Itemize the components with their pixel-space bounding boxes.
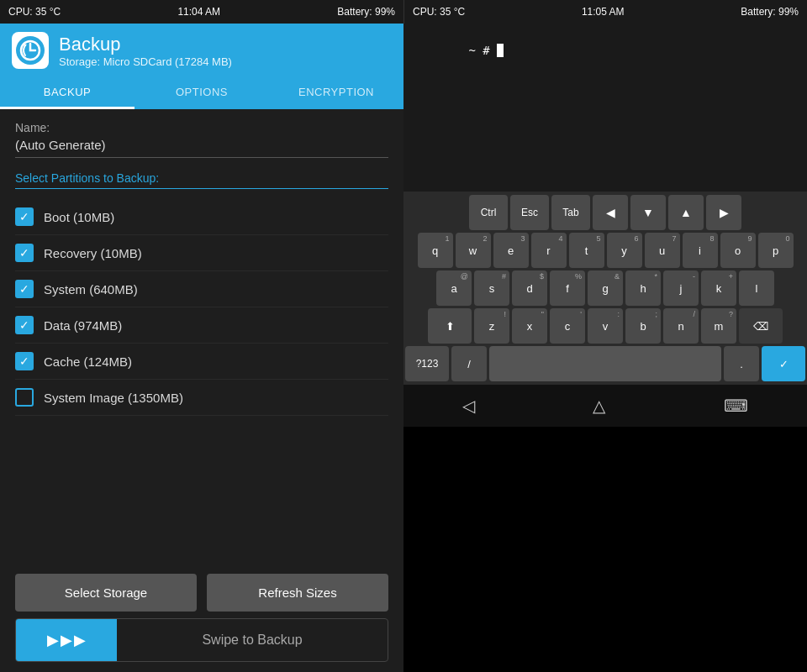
refresh-sizes-button[interactable]: Refresh Sizes	[207, 574, 388, 612]
kb-num123[interactable]: ?123	[405, 346, 449, 381]
kb-backspace[interactable]: ⌫	[739, 308, 783, 344]
kb-f[interactable]: %f	[550, 270, 585, 306]
kb-arrow-left[interactable]: ◀	[593, 195, 628, 230]
app-subtitle: Storage: Micro SDCard (17284 MB)	[59, 55, 232, 68]
nav-back-right[interactable]: ◁	[446, 387, 492, 424]
kb-i[interactable]: 8i	[683, 233, 718, 268]
name-label: Name:	[15, 121, 388, 134]
kb-u[interactable]: 7u	[645, 233, 680, 268]
kb-o[interactable]: 9o	[720, 233, 756, 268]
form-content: Name: (Auto Generate) Select Partitions …	[0, 109, 404, 564]
bottom-buttons: Select Storage Refresh Sizes	[0, 564, 404, 618]
tab-encryption[interactable]: ENCRYPTION	[269, 77, 404, 109]
kb-arrow-right[interactable]: ▶	[706, 195, 741, 230]
kb-l[interactable]: l	[739, 270, 774, 306]
checkbox-cache-box[interactable]: ✓	[15, 352, 34, 370]
kb-d[interactable]: $d	[512, 270, 547, 306]
arrow-icon-2: ▶	[61, 631, 72, 649]
kb-n[interactable]: /n	[663, 308, 699, 344]
checkbox-data-box[interactable]: ✓	[15, 316, 34, 334]
kb-h[interactable]: *h	[625, 270, 661, 306]
kb-t[interactable]: 5t	[569, 233, 604, 268]
tab-options[interactable]: OPTIONS	[134, 77, 269, 109]
main-area: Backup Storage: Micro SDCard (17284 MB) …	[0, 24, 807, 672]
status-bar-right: CPU: 35 °C 11:05 AM Battery: 99%	[404, 0, 807, 24]
status-bar-left: CPU: 35 °C 11:04 AM Battery: 99%	[0, 0, 404, 24]
kb-row-2: 1q 2w 3e 4r 5t 6y 7u 8i 9o 0p	[405, 233, 805, 268]
checkbox-cache[interactable]: ✓ Cache (124MB)	[15, 344, 388, 380]
checkbox-recovery-label: Recovery (10MB)	[44, 246, 142, 260]
kb-arrow-up[interactable]: ▲	[668, 195, 704, 230]
app-title: Backup	[59, 34, 232, 55]
kb-q[interactable]: 1q	[418, 233, 453, 268]
kb-r[interactable]: 4r	[531, 233, 567, 268]
checkbox-system-label: System (640MB)	[44, 282, 138, 297]
kb-g[interactable]: &g	[588, 270, 623, 306]
checkbox-boot-label: Boot (10MB)	[44, 210, 114, 224]
kb-y[interactable]: 6y	[607, 233, 642, 268]
swipe-arrows: ▶ ▶ ▶	[16, 619, 117, 661]
kb-period[interactable]: .	[724, 346, 759, 381]
swipe-bar[interactable]: ▶ ▶ ▶ Swipe to Backup	[15, 618, 388, 662]
cpu-left: CPU: 35 °C	[8, 6, 61, 18]
nav-home-right[interactable]: △	[576, 387, 622, 424]
checkbox-boot[interactable]: ✓ Boot (10MB)	[15, 199, 388, 235]
nav-bar-right: ◁ △ ⌨	[404, 385, 807, 427]
app-icon	[12, 32, 49, 69]
checkbox-cache-label: Cache (124MB)	[44, 354, 132, 369]
kb-row-1: Ctrl Esc Tab ◀ ▼ ▲ ▶	[405, 195, 805, 230]
kb-arrow-down[interactable]: ▼	[630, 195, 666, 230]
kb-w[interactable]: 2w	[456, 233, 491, 268]
app-title-block: Backup Storage: Micro SDCard (17284 MB)	[59, 34, 232, 68]
swipe-label: Swipe to Backup	[117, 633, 388, 648]
kb-e[interactable]: 3e	[493, 233, 529, 268]
checkbox-system[interactable]: ✓ System (640MB)	[15, 271, 388, 307]
kb-k[interactable]: +k	[701, 270, 736, 306]
right-panel: ~ # Ctrl Esc Tab ◀ ▼ ▲ ▶ 1q 2w 3e 4r 5t	[404, 24, 807, 672]
kb-row-4: ⬆ !z "x 'c :v ;b /n ?m ⌫	[405, 308, 805, 344]
kb-s[interactable]: #s	[474, 270, 509, 306]
kb-a[interactable]: @a	[436, 270, 472, 306]
nav-keyboard-right[interactable]: ⌨	[707, 387, 765, 424]
kb-row-3: @a #s $d %f &g *h -j +k l	[405, 270, 805, 306]
checkbox-data[interactable]: ✓ Data (974MB)	[15, 307, 388, 344]
kb-v[interactable]: :v	[588, 308, 623, 344]
kb-c[interactable]: 'c	[550, 308, 585, 344]
kb-esc[interactable]: Esc	[510, 195, 549, 230]
kb-shift[interactable]: ⬆	[428, 308, 472, 344]
terminal: ~ #	[404, 24, 807, 192]
kb-space[interactable]	[489, 346, 721, 381]
battery-right: Battery: 99%	[741, 6, 799, 18]
left-panel: Backup Storage: Micro SDCard (17284 MB) …	[0, 24, 404, 672]
arrow-icon-1: ▶	[47, 631, 59, 649]
time-left: 11:04 AM	[177, 6, 220, 18]
terminal-line: ~ #	[412, 30, 799, 71]
name-value: (Auto Generate)	[15, 138, 388, 158]
kb-b[interactable]: ;b	[625, 308, 661, 344]
checkbox-sysimage[interactable]: System Image (1350MB)	[15, 380, 388, 416]
checkbox-sysimage-box[interactable]	[15, 388, 34, 407]
backup-icon	[18, 39, 42, 62]
app-header: Backup Storage: Micro SDCard (17284 MB)	[0, 24, 404, 77]
tab-backup[interactable]: BACKUP	[0, 77, 134, 109]
tabs: BACKUP OPTIONS ENCRYPTION	[0, 77, 404, 109]
battery-left: Battery: 99%	[337, 6, 395, 18]
kb-tab[interactable]: Tab	[551, 195, 590, 230]
kb-z[interactable]: !z	[474, 308, 509, 344]
kb-enter[interactable]: ✓	[762, 346, 805, 381]
checkbox-system-box[interactable]: ✓	[15, 280, 34, 298]
kb-slash[interactable]: /	[451, 346, 487, 381]
checkbox-boot-box[interactable]: ✓	[15, 207, 34, 226]
checkbox-recovery[interactable]: ✓ Recovery (10MB)	[15, 235, 388, 271]
time-right: 11:05 AM	[582, 6, 625, 18]
app-icon-inner	[16, 36, 45, 65]
kb-row-5: ?123 / . ✓	[405, 346, 805, 381]
checkbox-recovery-box[interactable]: ✓	[15, 244, 34, 262]
select-storage-button[interactable]: Select Storage	[15, 574, 197, 612]
kb-j[interactable]: -j	[663, 270, 699, 306]
kb-x[interactable]: "x	[512, 308, 547, 344]
kb-ctrl[interactable]: Ctrl	[469, 195, 508, 230]
keyboard: Ctrl Esc Tab ◀ ▼ ▲ ▶ 1q 2w 3e 4r 5t 6y 7…	[404, 192, 807, 385]
kb-m[interactable]: ?m	[701, 308, 736, 344]
kb-p[interactable]: 0p	[758, 233, 794, 268]
